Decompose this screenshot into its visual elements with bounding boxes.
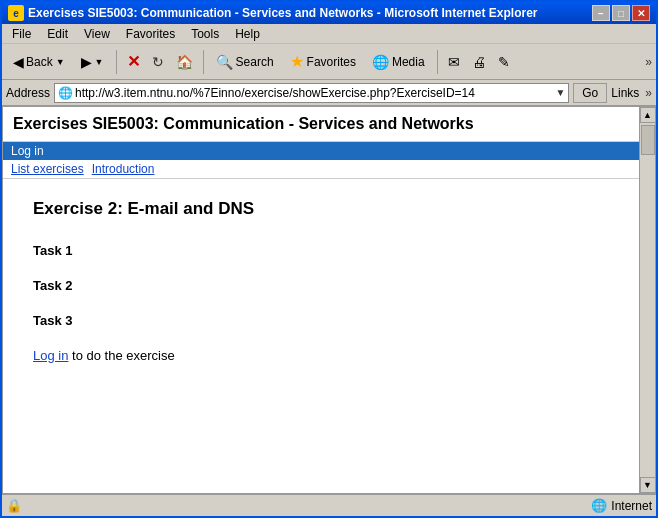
login-link[interactable]: Log in <box>33 348 68 363</box>
content-area: Exercises SIE5003: Communication - Servi… <box>2 106 656 494</box>
back-dropdown-icon: ▼ <box>56 57 65 67</box>
menu-favorites[interactable]: Favorites <box>118 25 183 43</box>
scroll-thumb[interactable] <box>641 125 655 155</box>
title-bar: e Exercises SIE5003: Communication - Ser… <box>2 2 656 24</box>
status-bar: 🔒 🌐 Internet <box>2 494 656 516</box>
login-note: Log in to do the exercise <box>33 348 609 363</box>
refresh-icon: ↻ <box>152 54 164 70</box>
menu-edit[interactable]: Edit <box>39 25 76 43</box>
media-button[interactable]: 🌐 Media <box>365 48 432 76</box>
toolbar-separator-2 <box>203 50 204 74</box>
go-label: Go <box>582 86 598 100</box>
search-button[interactable]: 🔍 Search <box>209 48 281 76</box>
forward-dropdown-icon: ▼ <box>95 57 104 67</box>
stop-icon: ✕ <box>127 52 140 71</box>
browser-icon: e <box>8 5 24 21</box>
status-lock-icon: 🔒 <box>6 498 22 513</box>
address-bar: Address 🌐 ▼ Go Links » <box>2 80 656 106</box>
back-arrow-icon: ◀ <box>13 54 24 70</box>
task-3: Task 3 <box>33 313 609 328</box>
forward-arrow-icon: ▶ <box>81 54 92 70</box>
menu-help[interactable]: Help <box>227 25 268 43</box>
scroll-down-button[interactable]: ▼ <box>640 477 656 493</box>
scroll-up-button[interactable]: ▲ <box>640 107 656 123</box>
toolbar-separator-3 <box>437 50 438 74</box>
mail-button[interactable]: ✉ <box>443 48 465 76</box>
media-icon: 🌐 <box>372 54 389 70</box>
window-controls: − □ ✕ <box>592 5 650 21</box>
menu-view[interactable]: View <box>76 25 118 43</box>
address-dropdown-icon: ▼ <box>555 87 565 98</box>
toolbar: ◀ Back ▼ ▶ ▼ ✕ ↻ 🏠 🔍 Search ★ Fa <box>2 44 656 80</box>
links-label: Links <box>611 86 639 100</box>
login-nav-label: Log in <box>11 144 44 158</box>
menu-tools[interactable]: Tools <box>183 25 227 43</box>
toolbar-overflow-icon: » <box>645 55 652 69</box>
toolbar-separator-1 <box>116 50 117 74</box>
forward-button[interactable]: ▶ ▼ <box>74 48 111 76</box>
status-globe-icon: 🌐 <box>591 498 607 513</box>
page-content: Exercises SIE5003: Communication - Servi… <box>3 107 639 493</box>
site-header: Exercises SIE5003: Communication - Servi… <box>3 107 639 142</box>
print-button[interactable]: 🖨 <box>467 48 491 76</box>
address-input[interactable] <box>75 86 553 100</box>
maximize-button[interactable]: □ <box>612 5 630 21</box>
address-overflow-icon: » <box>645 86 652 100</box>
go-button[interactable]: Go <box>573 83 607 103</box>
search-glass-icon: 🔍 <box>216 54 233 70</box>
nav-login-bar[interactable]: Log in <box>3 142 639 160</box>
star-icon: ★ <box>290 52 304 71</box>
status-zone-label: Internet <box>611 499 652 513</box>
menu-file[interactable]: File <box>4 25 39 43</box>
introduction-link[interactable]: Introduction <box>92 162 155 176</box>
nav-links-bar: List exercises Introduction <box>3 160 639 179</box>
address-label: Address <box>6 86 50 100</box>
address-input-wrap: 🌐 ▼ <box>54 83 569 103</box>
list-exercises-link[interactable]: List exercises <box>11 162 84 176</box>
task-2: Task 2 <box>33 278 609 293</box>
task-1: Task 1 <box>33 243 609 258</box>
window-title: Exercises SIE5003: Communication - Servi… <box>28 6 538 20</box>
home-button[interactable]: 🏠 <box>171 48 198 76</box>
refresh-button[interactable]: ↻ <box>147 48 169 76</box>
close-button[interactable]: ✕ <box>632 5 650 21</box>
edit-icon: ✎ <box>498 54 510 70</box>
back-label: Back <box>26 55 53 69</box>
edit-button[interactable]: ✎ <box>493 48 515 76</box>
ie-page-icon: 🌐 <box>58 86 73 100</box>
search-label: Search <box>236 55 274 69</box>
back-button[interactable]: ◀ Back ▼ <box>6 48 72 76</box>
favorites-label: Favorites <box>307 55 356 69</box>
minimize-button[interactable]: − <box>592 5 610 21</box>
page-body: Exercise 2: E-mail and DNS Task 1 Task 2… <box>3 179 639 493</box>
stop-button[interactable]: ✕ <box>122 48 145 76</box>
media-label: Media <box>392 55 425 69</box>
home-icon: 🏠 <box>176 54 193 70</box>
menu-bar: File Edit View Favorites Tools Help <box>2 24 656 44</box>
print-icon: 🖨 <box>472 54 486 70</box>
site-header-title: Exercises SIE5003: Communication - Servi… <box>13 115 474 132</box>
browser-window: e Exercises SIE5003: Communication - Ser… <box>0 0 658 518</box>
scrollbar-right[interactable]: ▲ ▼ <box>639 107 655 493</box>
login-note-suffix: to do the exercise <box>72 348 175 363</box>
mail-icon: ✉ <box>448 54 460 70</box>
favorites-button[interactable]: ★ Favorites <box>283 48 363 76</box>
exercise-title: Exercise 2: E-mail and DNS <box>33 199 609 219</box>
